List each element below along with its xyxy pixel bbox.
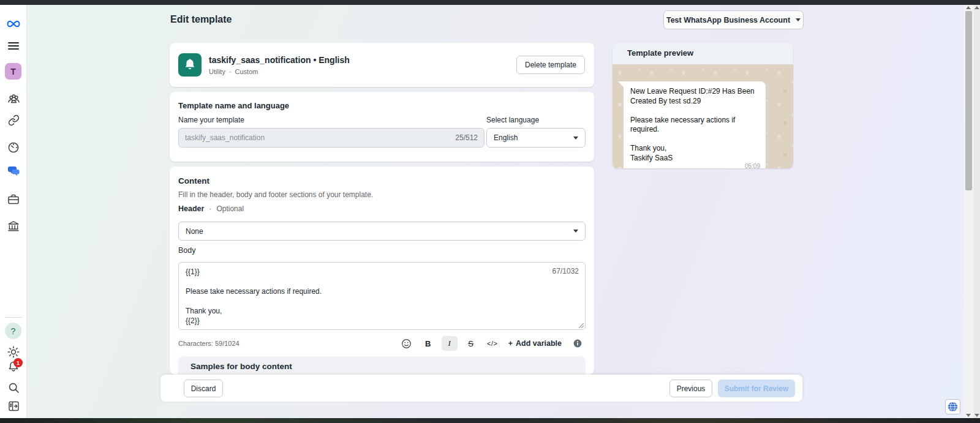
header-type-value: None [186,227,203,236]
outer-scroll-down-arrow-icon[interactable] [974,414,979,417]
search-icon[interactable] [7,381,20,394]
app-window: T ? 1 Ed [0,0,980,423]
add-variable-label: Add variable [516,339,562,348]
content-heading: Content [178,176,209,185]
time-meter-icon[interactable] [7,141,20,154]
template-type: Custom [235,68,258,75]
format-toolbar: Characters: 59/1024 B I S </> + Add vari… [178,335,586,351]
scroll-up-arrow-icon[interactable] [966,6,971,9]
inbox-chat-icon[interactable] [7,165,20,178]
code-button[interactable]: </> [484,336,500,351]
help-button[interactable]: ? [5,323,21,339]
account-selector-dropdown[interactable]: Test WhatsApp Business Account [663,10,804,29]
badge-count: 1 [17,360,20,366]
chevron-down-icon [573,137,578,140]
body-char-counter: 67/1032 [552,267,579,275]
left-sidebar: T ? 1 [0,5,27,418]
template-name-input[interactable] [185,133,455,142]
body-text-content: {{1}} Please take necessary actions if r… [186,267,529,326]
outer-scroll-up-arrow-icon[interactable] [974,6,979,9]
info-icon[interactable] [570,336,586,351]
body-textarea[interactable]: {{1}} Please take necessary actions if r… [178,262,586,330]
italic-button[interactable]: I [442,336,458,351]
scroll-down-arrow-icon[interactable] [966,414,971,417]
strikethrough-button[interactable]: S [463,336,479,351]
characters-count: Characters: 59/1024 [178,340,239,347]
sidebar-divider [5,317,22,318]
template-bell-icon [178,53,202,77]
header-label: Header [178,204,204,213]
scrollbar-thumb[interactable] [965,11,972,190]
help-question-icon: ? [11,326,16,336]
template-preview-panel: Template preview New Leave Request ID:#2… [612,43,793,168]
content-description: Fill in the header, body and footer sect… [178,190,373,199]
avatar-letter: T [10,67,16,77]
submit-for-review-button[interactable]: Submit for Review [718,380,795,397]
header-optional-label: Optional [216,204,244,213]
template-name-field[interactable]: 25/512 [178,128,484,148]
template-subtitle: Utility · Custom [209,68,258,75]
content-card: Content Fill in the header, body and foo… [170,167,594,375]
window-bottom-strip [0,418,980,423]
meta-logo-icon[interactable] [7,17,20,31]
outer-scrollbar[interactable] [974,5,980,418]
delete-template-button[interactable]: Delete template [516,56,585,74]
name-label: Name your template [178,116,244,124]
name-language-card: Template name and language Name your tem… [170,92,594,162]
language-select-value: English [494,133,518,142]
preview-header: Template preview [612,43,793,64]
briefcase-icon[interactable] [7,192,20,206]
chevron-down-icon [796,18,801,21]
template-category: Utility [209,68,225,75]
menu-hamburger-icon[interactable] [7,39,20,53]
link-icon[interactable] [7,113,20,127]
template-summary-card: taskify_saas_notification • English Util… [170,43,594,87]
dot-separator: · [209,204,211,213]
samples-heading: Samples for body content [190,362,292,371]
resize-handle[interactable] [578,323,584,328]
template-title: taskify_saas_notification • English [209,55,350,65]
bold-button[interactable]: B [420,336,436,351]
body-label: Body [178,246,196,255]
window-top-strip [0,0,980,5]
message-text: New Leave Request ID:#29 Has Been Create… [630,87,759,163]
header-type-select[interactable]: None [178,222,586,241]
plus-icon: + [508,339,513,348]
language-select[interactable]: English [486,128,586,148]
notification-badge: 1 [13,358,23,367]
preview-title: Template preview [627,48,693,58]
language-label: Select language [486,116,539,124]
discard-button[interactable]: Discard [184,380,223,397]
add-variable-button[interactable]: + Add variable [506,339,564,348]
business-avatar[interactable]: T [5,63,21,80]
samples-section: Samples for body content [178,356,586,375]
name-char-counter: 25/512 [455,133,478,142]
collapse-panel-icon[interactable] [7,399,20,413]
audiences-people-icon[interactable] [7,92,20,105]
message-bubble: New Leave Request ID:#29 Has Been Create… [624,81,766,168]
previous-button[interactable]: Previous [669,380,712,397]
emoji-smiley-icon[interactable] [399,336,415,351]
chevron-down-icon [573,230,578,233]
whatsapp-chat-background: New Leave Request ID:#29 Has Been Create… [612,64,793,168]
dot-separator: · [229,68,232,75]
bank-commerce-icon[interactable] [7,219,20,233]
name-language-heading: Template name and language [178,101,289,110]
header-label-row: Header · Optional [178,204,244,213]
footer-action-bar: Discard Previous Submit for Review [160,375,802,402]
globe-language-icon[interactable] [945,399,960,414]
settings-gear-icon[interactable] [7,345,20,359]
message-timestamp: 05:09 [745,163,760,168]
account-selector-label: Test WhatsApp Business Account [666,16,790,24]
page-title: Edit template [170,14,232,25]
